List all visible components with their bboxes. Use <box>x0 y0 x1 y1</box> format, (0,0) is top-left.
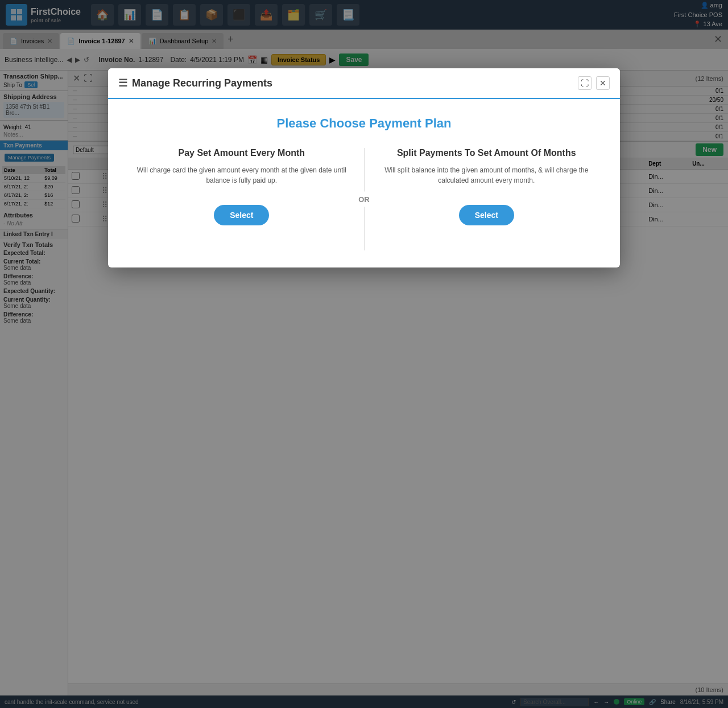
modal-overlay: ☰ Manage Recurring Payments ⛶ ✕ Please C… <box>0 0 728 708</box>
modal-body: Please Choose Payment Plan Pay Set Amoun… <box>108 99 620 267</box>
modal-title-icon: ☰ <box>118 77 127 89</box>
modal-or-label: OR <box>356 192 372 207</box>
plan2-title: Split Payments To Set Amount Of Months <box>382 148 592 158</box>
modal-plan-1: Pay Set Amount Every Month Will charge c… <box>119 148 364 225</box>
modal-title-text: Manage Recurring Payments <box>132 77 272 89</box>
plan1-select-button[interactable]: Select <box>214 205 269 225</box>
plan2-description: Will split balance into the given amount… <box>382 165 592 194</box>
modal-controls: ⛶ ✕ <box>578 76 610 90</box>
modal-header: ☰ Manage Recurring Payments ⛶ ✕ <box>108 68 620 99</box>
plan1-description: Will charge card the given amount every … <box>136 165 347 194</box>
modal-divider: OR <box>364 148 365 250</box>
modal-close-button[interactable]: ✕ <box>596 76 610 90</box>
modal-manage-payments: ☰ Manage Recurring Payments ⛶ ✕ Please C… <box>108 68 620 267</box>
modal-choose-title: Please Choose Payment Plan <box>119 116 609 131</box>
modal-plans: Pay Set Amount Every Month Will charge c… <box>119 148 609 250</box>
plan2-select-button[interactable]: Select <box>459 205 514 225</box>
modal-plan-2: Split Payments To Set Amount Of Months W… <box>365 148 609 225</box>
modal-title: ☰ Manage Recurring Payments <box>118 77 272 89</box>
plan1-title: Pay Set Amount Every Month <box>136 148 347 158</box>
modal-maximize-button[interactable]: ⛶ <box>578 76 592 90</box>
